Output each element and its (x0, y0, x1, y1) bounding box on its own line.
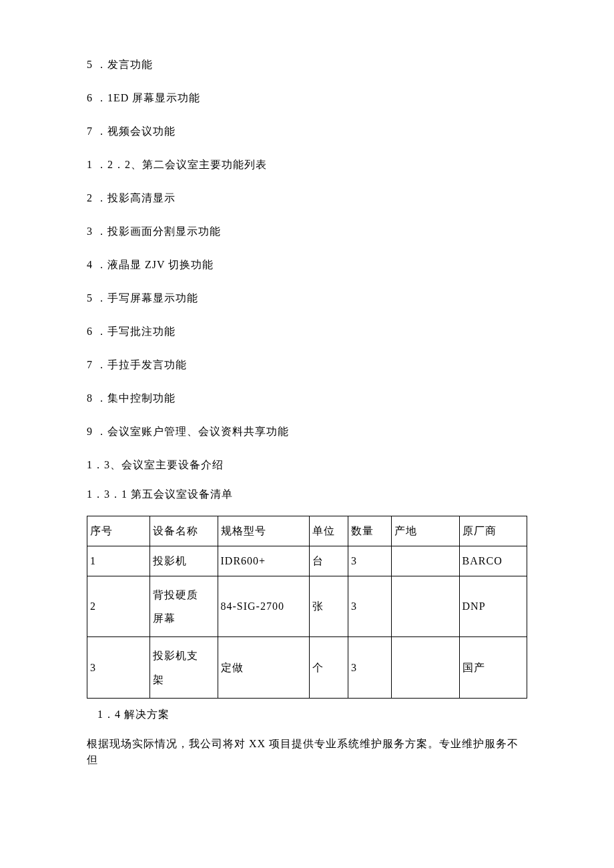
cell-vendor: BARCO (459, 546, 527, 576)
list-item: 3 ．投影画面分割显示功能 (87, 224, 527, 240)
list-item: 5 ．手写屏幕显示功能 (87, 290, 527, 306)
col-seq: 序号 (87, 516, 150, 546)
cell-qty: 3 (348, 576, 392, 637)
cell-origin (392, 637, 459, 698)
col-qty: 数量 (348, 516, 392, 546)
cell-qty: 3 (348, 637, 392, 698)
list-item: 5 ．发言功能 (87, 57, 527, 73)
list-item: 6 ．1ED 屏幕显示功能 (87, 90, 527, 106)
cell-seq: 1 (87, 546, 150, 576)
list-item: 7 ．手拉手发言功能 (87, 357, 527, 373)
body-text: 根据现场实际情况，我公司将对 XX 项目提供专业系统维护服务方案。专业维护服务不… (87, 736, 527, 768)
equipment-table: 序号 设备名称 规格型号 单位 数量 产地 原厂商 1 投影机 IDR600+ … (87, 516, 527, 699)
cell-name: 背投硬质屏幕 (150, 576, 218, 637)
list-item: 1 ．2．2、第二会议室主要功能列表 (87, 157, 527, 173)
list-item: 7 ．视频会议功能 (87, 123, 527, 139)
cell-name: 投影机 (150, 546, 218, 576)
list-item: 2 ．投影高清显示 (87, 190, 527, 206)
cell-model: 84-SIG-2700 (218, 576, 310, 637)
cell-name: 投影机支架 (150, 637, 218, 698)
col-origin: 产地 (392, 516, 459, 546)
cell-origin (392, 546, 459, 576)
table-header-row: 序号 设备名称 规格型号 单位 数量 产地 原厂商 (87, 516, 527, 546)
section-heading: 1．3、会议室主要设备介绍 (87, 457, 527, 473)
section-heading: 1．4 解决方案 (87, 707, 527, 723)
cell-qty: 3 (348, 546, 392, 576)
cell-unit: 台 (310, 546, 348, 576)
table-row: 2 背投硬质屏幕 84-SIG-2700 张 3 DNP (87, 576, 527, 637)
list-item: 4 ．液晶显 ZJV 切换功能 (87, 257, 527, 273)
col-model: 规格型号 (218, 516, 310, 546)
cell-model: IDR600+ (218, 546, 310, 576)
list-item: 6 ．手写批注功能 (87, 324, 527, 340)
cell-model: 定做 (218, 637, 310, 698)
cell-seq: 2 (87, 576, 150, 637)
col-vendor: 原厂商 (459, 516, 527, 546)
table-row: 3 投影机支架 定做 个 3 国产 (87, 637, 527, 698)
cell-vendor: DNP (459, 576, 527, 637)
document-page: 5 ．发言功能 6 ．1ED 屏幕显示功能 7 ．视频会议功能 1 ．2．2、第… (0, 0, 614, 868)
list-item: 8 ．集中控制功能 (87, 390, 527, 406)
cell-unit: 张 (310, 576, 348, 637)
col-name: 设备名称 (150, 516, 218, 546)
cell-origin (392, 576, 459, 637)
col-unit: 单位 (310, 516, 348, 546)
table-row: 1 投影机 IDR600+ 台 3 BARCO (87, 546, 527, 576)
list-item: 9 ．会议室账户管理、会议资料共享功能 (87, 424, 527, 440)
cell-vendor: 国产 (459, 637, 527, 698)
cell-seq: 3 (87, 637, 150, 698)
cell-unit: 个 (310, 637, 348, 698)
section-subheading: 1．3．1 第五会议室设备清单 (87, 486, 527, 502)
